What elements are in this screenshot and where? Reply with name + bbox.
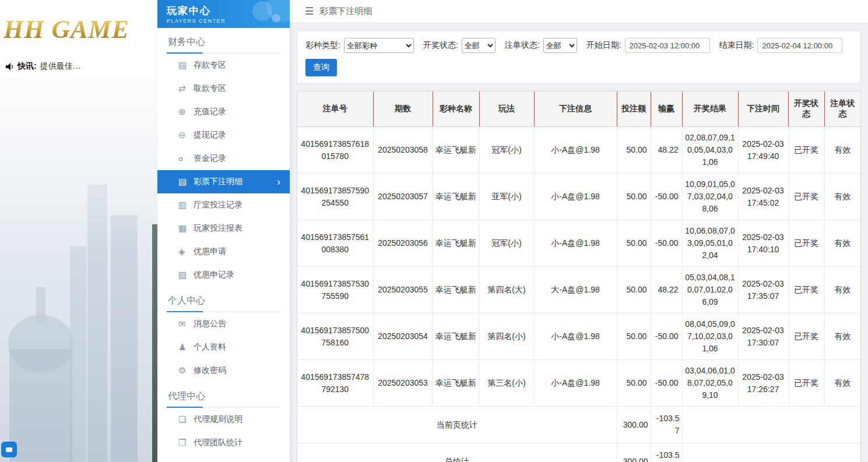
cell-period: 20250203058 — [373, 127, 433, 174]
sidebar-item-label: 代理规则说明 — [194, 414, 243, 425]
column-header: 注单状态 — [824, 91, 860, 127]
city-skyline-graphic — [0, 123, 157, 462]
site-background: HH GAME 快讯: 提供最佳… — [0, 0, 157, 462]
site-header: HH GAME — [0, 0, 157, 58]
cell-lottery: 幸运飞艇新 — [433, 313, 479, 360]
chart-icon: ❐ — [178, 438, 194, 448]
lottery-type-select[interactable]: 全部彩种 — [344, 38, 414, 53]
column-header: 下注时间 — [738, 91, 788, 127]
summary-winloss-total: -103.57 — [651, 407, 682, 443]
column-header: 注单号 — [297, 91, 373, 127]
cell-order_no: 401569173857590254550 — [297, 174, 373, 220]
draw-status-select[interactable]: 全部 — [462, 38, 496, 53]
sidebar-item-recharge-records[interactable]: ⊕充值记录 — [157, 100, 290, 124]
sidebar-item-promo-apply[interactable]: ◈优惠申请 — [157, 240, 290, 263]
sidebar-section-title: 代理中心 — [167, 382, 280, 408]
cell-bet_info: 小-A盘@1.98 — [534, 360, 617, 407]
cell-period: 20250203055 — [373, 267, 433, 313]
menu-toggle-icon[interactable]: ☰ — [305, 5, 314, 17]
table-row: 40156917385753075559020250203055幸运飞艇新第四名… — [297, 267, 860, 313]
sidebar-item-label: 玩家投注报表 — [194, 223, 243, 234]
cell-bet_info: 小-A盘@1.98 — [534, 220, 617, 267]
sidebar-item-label: 提现记录 — [194, 130, 226, 140]
sidebar-item-agent-rules[interactable]: ❏代理规则说明 — [157, 408, 290, 431]
cell-play: 第四名(小) — [479, 313, 534, 360]
summary-bet-total: 300.00 — [617, 407, 651, 443]
sidebar-item-label: 代理团队统计 — [194, 438, 243, 448]
column-header: 期数 — [373, 91, 433, 127]
column-header: 彩种名称 — [433, 91, 479, 127]
end-date-label: 结束日期: — [719, 40, 754, 51]
sidebar-sections: 财务中心▤存款专区⇄取款专区⊕充值记录⊖提现记录¤资金记录▤彩票下注明细›▥厅室… — [157, 28, 290, 454]
cell-result: 02,08,07,09,10,05,04,03,01,06 — [682, 127, 738, 174]
filter-actions-row: 查询 — [305, 59, 852, 76]
site-logo: HH GAME — [3, 15, 129, 44]
sidebar-item-label: 取款专区 — [194, 83, 226, 94]
sidebar-item-promo-apply-records[interactable]: ▧优惠申记录 — [157, 263, 290, 287]
cell-play: 第四名(大) — [479, 267, 534, 313]
table-row: 40156917385747879213020250203053幸运飞艇新第三名… — [297, 360, 860, 407]
withdraw-icon: ⇄ — [178, 83, 194, 94]
withdrawal-record-icon: ⊖ — [178, 130, 194, 140]
sidebar: 玩家中心 PLAYERS CENTER 财务中心▤存款专区⇄取款专区⊕充值记录⊖… — [157, 0, 290, 462]
promo-record-icon: ▧ — [178, 270, 194, 280]
deposit-icon: ▤ — [178, 60, 194, 70]
cell-time: 2025-02-03 17:30:07 — [738, 313, 788, 360]
draw-status-label: 开奖状态: — [423, 40, 458, 51]
sidebar-item-announcements[interactable]: ✉消息公告 — [157, 312, 290, 336]
page-title: 彩票下注明细 — [319, 6, 372, 17]
news-ticker-text: 提供最佳… — [40, 61, 81, 72]
sidebar-item-player-bet-report[interactable]: ▦玩家投注报表 — [157, 217, 290, 240]
cell-bet_status: 有效 — [824, 127, 860, 174]
start-date-input[interactable] — [625, 38, 710, 53]
bet-table-panel: 注单号期数彩种名称玩法下注信息投注额输赢开奖结果下注时间开奖状态注单状态4015… — [297, 91, 861, 462]
funds-record-icon: ¤ — [178, 154, 194, 164]
floating-service-button[interactable] — [1, 442, 17, 457]
cell-lottery: 幸运飞艇新 — [433, 267, 479, 313]
cell-bet_info: 小-A盘@1.98 — [534, 127, 617, 174]
cell-draw_status: 已开奖 — [788, 127, 824, 174]
sidebar-item-agent-team-stats[interactable]: ❐代理团队统计 — [157, 431, 290, 454]
cell-win_loss: 48.22 — [651, 127, 682, 174]
sidebar-item-lottery-bet-details[interactable]: ▤彩票下注明细› — [157, 170, 290, 193]
cell-amount: 50.00 — [617, 174, 651, 220]
cell-draw_status: 已开奖 — [788, 267, 824, 313]
sidebar-item-label: 优惠申请 — [194, 246, 226, 257]
sidebar-item-funds-records[interactable]: ¤资金记录 — [157, 147, 290, 170]
sidebar-item-withdrawal-records[interactable]: ⊖提现记录 — [157, 124, 290, 147]
cell-win_loss: 48.22 — [651, 267, 682, 313]
cell-amount: 50.00 — [617, 313, 651, 360]
sidebar-item-label: 厅室投注记录 — [194, 200, 243, 210]
background-photo-edge — [152, 224, 157, 462]
sidebar-item-change-password[interactable]: ⚙修改密码 — [157, 359, 290, 382]
sidebar-item-deposit-zone[interactable]: ▤存款专区 — [157, 54, 290, 77]
summary-winloss-total: -103.57 — [651, 443, 682, 462]
cell-period: 20250203053 — [373, 360, 433, 407]
cell-bet_status: 有效 — [824, 360, 860, 407]
cell-win_loss: -50.00 — [651, 174, 682, 220]
filter-row: 彩种类型: 全部彩种 开奖状态: 全部 注单状态: 全部 开始日期: 结束日期: — [305, 38, 852, 53]
summary-label: 总统计 — [297, 443, 617, 462]
cell-period: 20250203057 — [373, 174, 433, 220]
bet-status-label: 注单状态: — [505, 40, 540, 51]
speaker-icon — [6, 63, 14, 70]
cell-bet_status: 有效 — [824, 267, 860, 313]
cell-order_no: 401569173857500758160 — [297, 313, 373, 360]
cell-amount: 50.00 — [617, 127, 651, 174]
cell-period: 20250203056 — [373, 220, 433, 267]
background-photo — [0, 77, 157, 462]
sidebar-item-hall-bet-records[interactable]: ▥厅室投注记录 — [157, 193, 290, 217]
cell-bet_info: 大-A盘@1.98 — [534, 267, 617, 313]
cell-draw_status: 已开奖 — [788, 313, 824, 360]
cell-draw_status: 已开奖 — [788, 220, 824, 267]
search-button[interactable]: 查询 — [305, 59, 337, 76]
cell-time: 2025-02-03 17:26:27 — [738, 360, 788, 407]
sidebar-item-label: 优惠申记录 — [194, 270, 234, 280]
bet-status-select[interactable]: 全部 — [543, 38, 577, 53]
end-date-input[interactable] — [757, 38, 842, 53]
sidebar-item-profile[interactable]: ♟个人资料 — [157, 336, 290, 359]
sidebar-item-withdraw-zone[interactable]: ⇄取款专区 — [157, 77, 290, 100]
table-row: 40156917385759025455020250203057幸运飞艇新亚军(… — [297, 174, 860, 220]
cell-win_loss: -50.00 — [651, 220, 682, 267]
cell-lottery: 幸运飞艇新 — [433, 220, 479, 267]
